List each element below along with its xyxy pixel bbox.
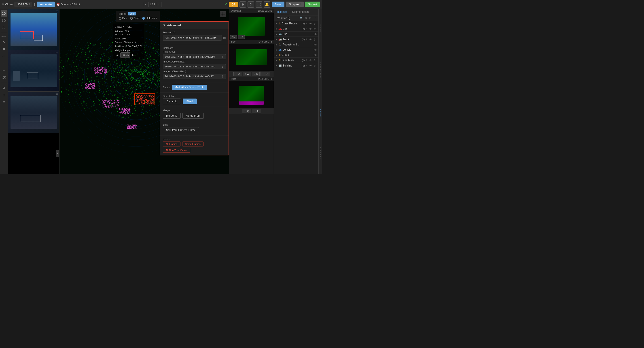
eye-button[interactable]: 👁: [308, 22, 312, 25]
settings-icon-button[interactable]: ⚙: [240, 1, 246, 8]
result-group[interactable]: ▶ ⊞ Group (0): [274, 52, 318, 58]
fixed-button[interactable]: Fixed: [183, 99, 197, 104]
result-label: Bus: [283, 33, 313, 36]
warning-icon: ⚠: [278, 22, 281, 25]
results-sort-button[interactable]: ⇅: [304, 16, 308, 20]
some-frames-button[interactable]: Some Frames: [182, 141, 204, 146]
suspend-button[interactable]: Suspend: [286, 2, 304, 7]
result-lane-mark[interactable]: ▶ ⊟ Lane Mark (1) ✎ 👁 🗑: [274, 58, 318, 63]
erase-tool[interactable]: ⌫: [1, 75, 7, 81]
point-tool[interactable]: ·: [1, 60, 7, 67]
delete-image1-box-icon[interactable]: 🗑: [222, 65, 224, 68]
edit-button[interactable]: ✎: [305, 22, 308, 25]
info-icon[interactable]: ℹ: [34, 3, 35, 6]
result-building[interactable]: ▶ 🏢 Building (1) ✎ 👁 🗑: [274, 63, 318, 68]
export-tool[interactable]: ↑: [1, 106, 7, 112]
x-button[interactable]: ✕ X: [238, 35, 245, 39]
help-icon-button[interactable]: ?: [248, 1, 254, 8]
next-page-button[interactable]: ›: [156, 2, 162, 7]
all-frames-button[interactable]: All Frames: [163, 141, 180, 146]
result-truck[interactable]: ▶ 🚛 Truck (1) ✎ 👁 🗑: [274, 37, 318, 42]
arrow-e-button[interactable]: → E: [252, 109, 261, 113]
edit-button[interactable]: ✎: [305, 27, 308, 31]
eye-icon-mid[interactable]: 👁: [56, 51, 58, 54]
qa-button[interactable]: QA: [229, 2, 238, 7]
paint-tool[interactable]: ✏: [1, 67, 7, 74]
result-class-requirements[interactable]: ▶ ⚠ Class Requir... (5) ✎ 👁 🗑: [274, 21, 318, 26]
result-count: (0): [314, 33, 317, 35]
results-expand-button[interactable]: ⊞: [308, 16, 312, 20]
arrow-s-button[interactable]: ↓ S: [252, 72, 260, 76]
cursor-tool[interactable]: ↖: [1, 39, 7, 45]
tool-3d[interactable]: 3D: [1, 18, 7, 24]
delete-button[interactable]: 🗑: [313, 64, 317, 67]
close-button[interactable]: ✕ Close: [2, 3, 12, 6]
tab-segmentation[interactable]: Segmentation: [289, 9, 311, 15]
layers-tool[interactable]: ≡: [1, 99, 7, 105]
polygon-tool[interactable]: ⬟: [1, 46, 7, 52]
dynamic-button[interactable]: Dynamic: [163, 99, 181, 104]
prev-page-button[interactable]: ‹: [143, 2, 148, 7]
notifications-icon-button[interactable]: 🔔: [264, 1, 270, 8]
slow-label: Slow: [134, 17, 140, 20]
tool-2d[interactable]: 2D: [1, 10, 7, 17]
annotate-button[interactable]: Annotate: [37, 2, 55, 7]
eye-button[interactable]: 👁: [308, 64, 312, 67]
speed-section: Speed Lidar Fast Slow Unknown: [116, 11, 160, 22]
z-button[interactable]: ⊡ Z: [230, 35, 237, 39]
eye-button[interactable]: 👁: [308, 58, 312, 62]
results-filter-button[interactable]: 🔍: [299, 16, 304, 20]
nav-controls: ‹ 1 / 1 ›: [143, 2, 162, 7]
eye-icon-top[interactable]: 👁: [56, 10, 58, 13]
tracking-id-field[interactable]: 4277200a-c767-4c42-86c6-e471a019a86: [163, 35, 222, 41]
page-current: 1: [149, 3, 151, 6]
delete-point-cloud-icon[interactable]: 🗑: [222, 55, 224, 58]
delete-button[interactable]: 🗑: [313, 27, 317, 31]
delete-button[interactable]: 🗑: [313, 58, 317, 62]
expand-icon: ▶: [276, 38, 278, 41]
save-button[interactable]: Save: [272, 2, 285, 7]
result-count: (1): [302, 64, 305, 67]
copy-icon[interactable]: ⊞: [223, 36, 226, 40]
rear-nav-arrows: ← Q → E: [229, 108, 274, 114]
result-pedestrian[interactable]: ▶ 🚶 Pedestrian i... (0): [274, 42, 318, 47]
results-list: ▶ ⚠ Class Requir... (5) ✎ 👁 🗑 ▶ 🚗 Car (7…: [274, 21, 318, 174]
submit-button[interactable]: Submit: [305, 2, 320, 7]
arrow-d-button[interactable]: → D: [260, 72, 270, 76]
eye-button[interactable]: 👁: [308, 38, 312, 41]
edit-button[interactable]: ✎: [305, 64, 308, 67]
mark-ground-truth-button[interactable]: Mark All as Ground Truth: [172, 85, 207, 90]
eye-button[interactable]: 👁: [308, 27, 312, 31]
arrow-w-button[interactable]: ↑ W: [243, 72, 251, 76]
delete-image1-rect-icon[interactable]: 🗑: [222, 75, 224, 78]
arrow-q-button[interactable]: ← Q: [242, 109, 251, 113]
merge-from-button[interactable]: Merge From: [182, 113, 204, 119]
pause-icon[interactable]: ⏸: [78, 3, 80, 6]
tab-instance[interactable]: Instance: [274, 9, 289, 15]
unknown-radio[interactable]: Unknown: [142, 17, 157, 20]
result-car[interactable]: ▶ 🚗 Car (7) ✎ 👁 🗑: [274, 26, 318, 32]
fullscreen-icon-button[interactable]: ⛶: [256, 1, 262, 8]
tool-ai[interactable]: AI: [1, 25, 7, 31]
result-bus[interactable]: ▶ 🚌 Bus (0): [274, 32, 318, 37]
arrow-a-button[interactable]: ← A: [234, 72, 242, 76]
results-more-button[interactable]: ⋯: [313, 16, 317, 20]
edit-button[interactable]: ✎: [305, 38, 308, 41]
delete-button[interactable]: 🗑: [313, 38, 317, 41]
grid-tool[interactable]: ⊞: [1, 92, 7, 98]
delete-button[interactable]: 🗑: [313, 22, 317, 25]
split-button[interactable]: Split from Current Frame: [163, 127, 199, 133]
rect-tool[interactable]: ▭: [1, 53, 7, 59]
image1-box-field: 666e43f4-1513-4c70-a38c-a82b50f48c 🗑: [163, 64, 226, 69]
eye-icon-bot[interactable]: 👁: [56, 93, 58, 96]
advanced-header[interactable]: ▼ Advanced: [160, 22, 228, 29]
slow-radio[interactable]: Slow: [130, 17, 140, 20]
result-vehicle[interactable]: ▶ 🚙 Vehicle (0): [274, 47, 318, 52]
merge-to-button[interactable]: Merge To: [163, 113, 181, 119]
fast-radio[interactable]: Fast: [119, 17, 128, 20]
collapse-panel-button[interactable]: ‹: [56, 150, 59, 157]
vehicle-icon: 🚙: [278, 48, 282, 51]
all-non-true-button[interactable]: All Non-True Values: [163, 148, 190, 153]
settings-tool[interactable]: ⚙: [1, 85, 7, 91]
edit-button[interactable]: ✎: [305, 58, 308, 62]
